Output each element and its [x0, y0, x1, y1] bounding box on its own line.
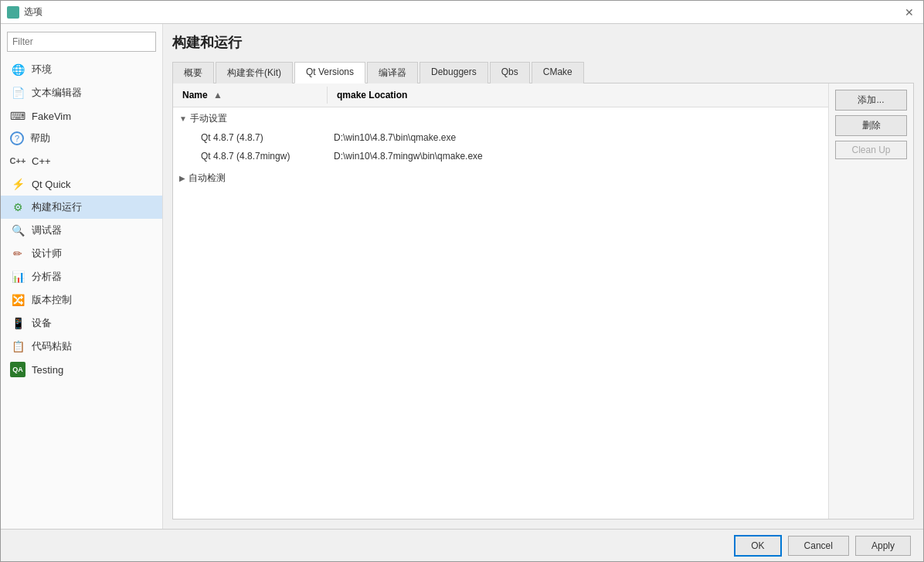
sidebar-label-analyzer: 分析器 — [32, 270, 62, 284]
content-panel: Name ▲ qmake Location ▼ 手动设置 Qt 4.8.7 (4… — [172, 83, 914, 519]
testing-icon: QA — [10, 362, 25, 377]
table-header: Name ▲ qmake Location — [173, 83, 828, 107]
window-title: 选项 — [24, 5, 42, 19]
auto-detect-group: ▶ 自动检测 — [173, 167, 828, 189]
tab-qbs[interactable]: Qbs — [490, 62, 530, 83]
qtquick-icon: ⚡ — [10, 176, 25, 192]
ok-button[interactable]: OK — [734, 535, 781, 557]
sidebar-item-testing[interactable]: QA Testing — [1, 358, 162, 381]
tab-compilers[interactable]: 编译器 — [367, 62, 418, 83]
text-editor-icon: 📄 — [10, 85, 25, 100]
qt-487-location: D:\win10\4.8.7\bin\qmake.exe — [328, 131, 828, 145]
sidebar-item-help[interactable]: ? 帮助 — [1, 128, 162, 149]
sidebar-label-debugger: 调试器 — [32, 223, 62, 237]
tab-cmake[interactable]: CMake — [532, 62, 584, 83]
sidebar-label-fakevim: FakeVim — [32, 111, 71, 122]
sidebar: 🌐 环境 📄 文本编辑器 ⌨ FakeVim ? 帮助 C++ C++ ⚡ Qt — [1, 24, 163, 529]
qt-versions-table: Name ▲ qmake Location ▼ 手动设置 Qt 4.8.7 (4… — [173, 83, 828, 519]
sidebar-label-testing: Testing — [32, 364, 63, 376]
fakevim-icon: ⌨ — [10, 108, 25, 124]
paste-icon: 📋 — [10, 339, 25, 354]
tab-qt-versions[interactable]: Qt Versions — [294, 62, 365, 83]
auto-detect-header[interactable]: ▶ 自动检测 — [173, 169, 828, 188]
sidebar-item-fakevim[interactable]: ⌨ FakeVim — [1, 104, 162, 128]
tab-overview[interactable]: 概要 — [172, 62, 214, 83]
design-icon: ✏ — [10, 246, 25, 261]
cleanup-button[interactable]: Clean Up — [835, 141, 907, 159]
auto-detect-expand-icon: ▶ — [179, 174, 185, 182]
window-body: 🌐 环境 📄 文本编辑器 ⌨ FakeVim ? 帮助 C++ C++ ⚡ Qt — [1, 24, 923, 529]
cancel-button[interactable]: Cancel — [788, 536, 849, 556]
main-window: 选项 ✕ 🌐 环境 📄 文本编辑器 ⌨ FakeVim ? 帮助 — [0, 0, 924, 562]
vcs-icon: 🔀 — [10, 292, 25, 308]
page-title: 构建和运行 — [172, 33, 914, 52]
sidebar-item-designer[interactable]: ✏ 设计师 — [1, 242, 162, 265]
close-button[interactable]: ✕ — [902, 5, 917, 20]
add-button[interactable]: 添加... — [835, 90, 907, 111]
qt-487mingw-location: D:\win10\4.8.7mingw\bin\qmake.exe — [328, 149, 828, 163]
debug-icon: 🔍 — [10, 223, 25, 238]
sidebar-item-cpp[interactable]: C++ C++ — [1, 149, 162, 172]
sidebar-label-env: 环境 — [32, 63, 52, 77]
sidebar-item-vcs[interactable]: 🔀 版本控制 — [1, 288, 162, 312]
sidebar-label-qtquick: Qt Quick — [32, 179, 71, 190]
tab-bar: 概要 构建套件(Kit) Qt Versions 编译器 Debuggers Q… — [172, 61, 914, 83]
device-icon: 📱 — [10, 315, 25, 331]
cpp-icon: C++ — [10, 153, 25, 169]
manual-group-label: 手动设置 — [190, 112, 227, 125]
sidebar-label-vcs: 版本控制 — [32, 293, 72, 307]
apply-button[interactable]: Apply — [855, 536, 911, 556]
manual-group-header[interactable]: ▼ 手动设置 — [173, 109, 828, 128]
col-qmake-header: qmake Location — [328, 87, 828, 104]
app-icon — [7, 6, 19, 19]
sidebar-item-build-run[interactable]: ⚙ 构建和运行 — [1, 196, 162, 219]
env-icon: 🌐 — [10, 62, 25, 77]
build-run-icon: ⚙ — [10, 199, 25, 215]
titlebar: 选项 ✕ — [1, 1, 923, 24]
sidebar-item-env[interactable]: 🌐 环境 — [1, 58, 162, 81]
analyze-icon: 📊 — [10, 269, 25, 284]
table-row[interactable]: Qt 4.8.7 (4.8.7) D:\win10\4.8.7\bin\qmak… — [173, 128, 828, 147]
main-panel: 构建和运行 概要 构建套件(Kit) Qt Versions 编译器 Debug… — [163, 24, 923, 529]
sidebar-item-device[interactable]: 📱 设备 — [1, 312, 162, 335]
tab-debuggers[interactable]: Debuggers — [420, 62, 488, 83]
help-icon: ? — [10, 131, 24, 145]
bottom-bar: OK Cancel Apply — [1, 529, 923, 561]
col-name-header: Name ▲ — [173, 87, 328, 104]
auto-detect-label: 自动检测 — [189, 172, 226, 185]
table-row[interactable]: Qt 4.8.7 (4.8.7mingw) D:\win10\4.8.7ming… — [173, 147, 828, 165]
sidebar-item-paste[interactable]: 📋 代码粘贴 — [1, 335, 162, 358]
right-buttons-panel: 添加... 删除 Clean Up — [828, 83, 913, 519]
qt-487mingw-name: Qt 4.8.7 (4.8.7mingw) — [173, 149, 328, 163]
expand-icon: ▼ — [179, 114, 187, 123]
remove-button[interactable]: 删除 — [835, 115, 907, 136]
sidebar-label-build-run: 构建和运行 — [32, 200, 82, 214]
manual-group: ▼ 手动设置 Qt 4.8.7 (4.8.7) D:\win10\4.8.7\b… — [173, 107, 828, 167]
sidebar-label-help: 帮助 — [30, 131, 50, 145]
sidebar-item-text-editor[interactable]: 📄 文本编辑器 — [1, 81, 162, 104]
sidebar-label-device: 设备 — [32, 316, 52, 330]
sidebar-item-qtquick[interactable]: ⚡ Qt Quick — [1, 172, 162, 196]
sidebar-label-designer: 设计师 — [32, 247, 62, 261]
sidebar-item-analyzer[interactable]: 📊 分析器 — [1, 265, 162, 288]
sort-arrow-icon: ▲ — [213, 90, 223, 100]
sidebar-label-text-editor: 文本编辑器 — [32, 86, 82, 100]
filter-input[interactable] — [7, 32, 156, 52]
sidebar-label-paste: 代码粘贴 — [32, 339, 72, 353]
sidebar-label-cpp: C++ — [32, 155, 51, 167]
qt-487-name: Qt 4.8.7 (4.8.7) — [173, 131, 328, 145]
sidebar-item-debugger[interactable]: 🔍 调试器 — [1, 219, 162, 242]
titlebar-left: 选项 — [7, 5, 42, 19]
tab-kits[interactable]: 构建套件(Kit) — [216, 62, 293, 83]
